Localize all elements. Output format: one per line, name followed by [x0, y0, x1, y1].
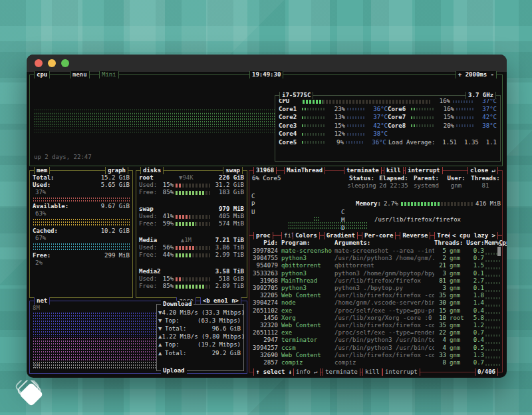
core-usage-graph — [302, 108, 326, 110]
tab-proc[interactable]: proc — [253, 232, 273, 239]
process-arguments: /usr/bin/python3 /usr/bin/ccs — [334, 345, 434, 352]
col-header-user[interactable]: User: — [466, 239, 484, 247]
axis-letter: P — [251, 200, 255, 208]
col-header-pid[interactable]: Pid: — [251, 239, 278, 247]
core-temp-graph — [456, 116, 475, 119]
col-header-program[interactable]: Program: — [281, 239, 334, 247]
process-row[interactable]: 3992705python3python3 ./bpytop.py3gnm0.1… — [251, 285, 500, 292]
process-cpu-graph — [485, 364, 500, 366]
detail-cpu-core-label: 6% Core5 — [252, 175, 281, 182]
close-window-button[interactable] — [35, 59, 43, 67]
process-row[interactable]: 2651112exe/proc/self/exe --type=rendere2… — [251, 329, 500, 337]
core-temp: 36°C — [368, 106, 388, 113]
process-row[interactable]: 31968MainThread/usr/lib/firefox/firefox8… — [251, 277, 500, 285]
process-threads: 21 — [434, 262, 446, 269]
terminate-footer-button[interactable]: terminate — [323, 368, 360, 376]
terminate-button[interactable]: terminate — [344, 167, 382, 174]
disks-swap-toggle[interactable]: swap — [223, 167, 243, 174]
process-row[interactable]: 2651102exe/proc/self/exe --type=gpu-pro1… — [251, 307, 500, 315]
disk-entry: root▼94K226 GiBUsed:15%31.2 GiBFree:85%1… — [136, 174, 247, 206]
detail-stat-header: Elapsed: — [377, 175, 410, 182]
core-row: Core213%37°CCore715%42°C — [275, 114, 500, 122]
process-row[interactable]: 2947terminator/usr/bin/python3 /usr/bin/… — [251, 337, 500, 344]
option-colors[interactable]: Colors — [293, 232, 320, 239]
update-interval-control[interactable]: + 2000ms - — [456, 71, 497, 78]
net-box: net zero <b eno1 n> 8M 1M Download Uploa… — [29, 301, 247, 374]
process-arguments: /usr/lib/firefox/firefox -con — [334, 292, 434, 299]
process-mem-percent: 0.4 — [468, 307, 484, 315]
process-cpu-graph — [485, 267, 500, 269]
core-usage-graph — [411, 116, 435, 119]
detail-cpu-graph — [288, 221, 368, 229]
mem-graph-toggle[interactable]: graph — [105, 167, 128, 174]
sort-column-control[interactable]: < cpu lazy > — [450, 232, 498, 239]
load-average-label: Load Average: — [388, 139, 435, 146]
core-usage-graph — [302, 133, 326, 136]
axis-letter: M — [341, 216, 344, 224]
process-row[interactable]: 1456Xorg/usr/lib/xorg/Xorg -core :0 -10r… — [251, 315, 500, 322]
core-temp-graph — [347, 108, 366, 110]
process-mem-percent: 0.4 — [468, 337, 484, 344]
menu-button[interactable]: menu — [70, 71, 90, 78]
load-average-value: 1.1 — [486, 139, 497, 146]
process-row[interactable]: 3997824mate-screenshomate-screenshot --a… — [251, 247, 500, 255]
mem-cached-graph — [33, 243, 130, 251]
minimize-window-button[interactable] — [48, 59, 56, 67]
info-button[interactable]: info ↵ — [293, 368, 321, 376]
process-program: ccsm — [281, 345, 334, 352]
process-user: root — [450, 315, 468, 322]
process-pid: 3997824 — [251, 247, 278, 255]
detail-stat-value: 2d 22:35 — [377, 182, 410, 190]
option-per-core[interactable]: Per-core — [362, 232, 396, 239]
window-titlebar[interactable] — [27, 55, 507, 72]
process-cpu-graph — [485, 356, 500, 358]
process-row[interactable]: 32205Web Content/usr/lib/firefox/firefox… — [251, 292, 500, 299]
process-row[interactable]: 3904755python3/usr/bin/python3 /home/gnm… — [251, 255, 500, 262]
mem-entry: Total:15.2 GiB — [30, 174, 132, 182]
mini-mode-button[interactable]: Mini — [99, 71, 119, 78]
detail-memory-row: Memory: 2.7% 416 MiB — [356, 200, 501, 208]
core-stats: Core315%42°C — [279, 122, 388, 130]
process-row[interactable]: 2857compizcompiz8gnm0.70.4 — [251, 359, 500, 366]
core-temp: 42°C — [477, 114, 497, 121]
process-row[interactable]: 3994257ccsm/usr/bin/python3 /usr/bin/ccs… — [251, 344, 500, 351]
process-arguments: /usr/bin/python3 /home/gnm/.v — [334, 255, 434, 262]
option-reverse[interactable]: Reverse — [400, 232, 430, 239]
process-row[interactable]: 3904274node/home/gnm/.vscode-server/bin/… — [251, 299, 500, 307]
disks-box: disks swap root▼94K226 GiBUsed:15%31.2 G… — [136, 170, 247, 298]
process-row[interactable]: 954079qbittorrentqbittorrent21gnm1.52.9 — [251, 262, 500, 269]
process-list: 3997824mate-screenshomate-screenshot --a… — [249, 247, 502, 366]
process-threads: 35 — [434, 322, 446, 329]
option-gradient[interactable]: Gradient — [324, 232, 358, 239]
process-arguments: /home/gnm/.vscode-server/bin/ — [334, 299, 434, 307]
disk-entry: swap979 MiBUsed:41%405 MiBFree:59%574 Mi… — [136, 206, 247, 237]
kill-footer-button[interactable]: kill — [362, 368, 382, 376]
mem-entry-value: 299 MiB — [104, 252, 130, 259]
mem-box: mem graph Total:15.2 GiBUsed:5.65 GiB37%… — [29, 170, 133, 298]
process-pid: 3904274 — [251, 299, 278, 307]
scrollbar-thumb[interactable] — [497, 247, 501, 256]
process-threads: 33 — [434, 352, 446, 359]
process-arguments: /usr/lib/firefox/firefox -con — [334, 322, 434, 329]
net-stat-row: ▼Top:(63.3 Mibps) — [158, 317, 241, 325]
process-program: Xorg — [281, 315, 334, 322]
process-user: gnm — [450, 337, 468, 344]
process-arguments: /usr/lib/firefox/firefox — [334, 277, 434, 285]
select-control[interactable]: ↑ select ↓ — [253, 368, 295, 376]
zoom-window-button[interactable] — [61, 59, 69, 67]
col-header-cpu-sorted[interactable]: Cpu% — [499, 239, 507, 247]
col-header-threads[interactable]: Threads: — [434, 239, 463, 247]
process-row[interactable]: 32320Web Content/usr/lib/firefox/firefox… — [251, 322, 500, 329]
tab-cpu[interactable]: cpu — [34, 71, 50, 78]
process-row[interactable]: 3533263python3python3 /home/gnm/bpytop/b… — [251, 270, 500, 277]
core-percent: 23% — [328, 106, 345, 113]
process-row[interactable]: 32690Web Content/usr/lib/firefox/firefox… — [251, 352, 500, 359]
core-rows: Core123%36°CCore616%37°CCore213%37°CCore… — [275, 105, 500, 147]
col-header-mem[interactable]: Mem% — [484, 239, 499, 247]
interrupt-footer-button[interactable]: interrupt — [382, 368, 420, 376]
col-header-arguments[interactable]: Arguments: — [334, 239, 434, 247]
close-detail-button[interactable]: close ↵ — [467, 167, 498, 174]
interrupt-button[interactable]: interrupt — [405, 167, 443, 174]
disk-name: Media — [139, 237, 157, 244]
kill-button[interactable]: kill — [384, 167, 404, 174]
